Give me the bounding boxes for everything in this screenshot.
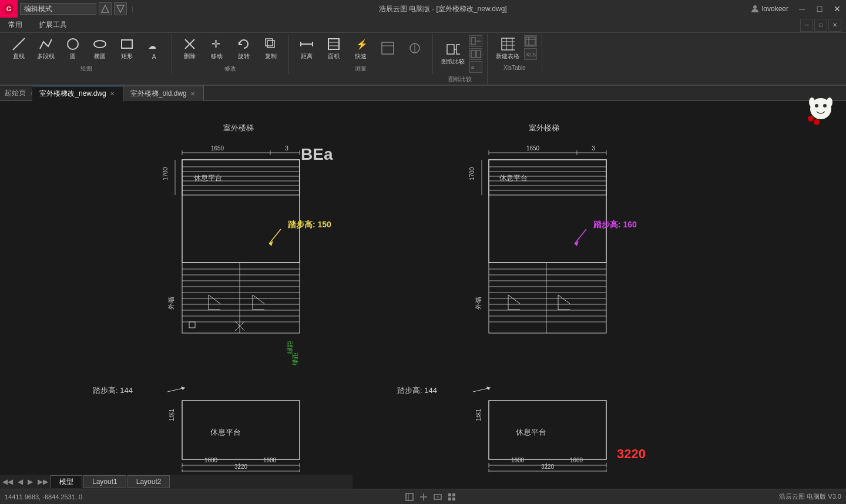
tool-polyline[interactable]: 多段线 xyxy=(33,35,59,62)
nav-last[interactable]: ▶▶ xyxy=(35,478,51,486)
tab-old-dwg[interactable]: 室外楼梯_old.dwg ✕ xyxy=(123,86,204,101)
tool-copy[interactable]: 复制 xyxy=(258,35,284,62)
maximize-button[interactable]: □ xyxy=(811,0,828,18)
svg-rect-8 xyxy=(122,40,132,48)
svg-rect-14 xyxy=(266,39,273,46)
layout-tabs: ◀◀ ◀ ▶ ▶▶ 模型 Layout1 Layout2 xyxy=(0,475,352,489)
status-icon1[interactable] xyxy=(404,491,415,503)
svg-point-7 xyxy=(94,41,106,48)
status-icon3[interactable] xyxy=(432,491,444,503)
svg-line-87 xyxy=(269,229,281,244)
tool-area[interactable]: 面积 xyxy=(321,35,347,62)
svg-rect-117 xyxy=(489,401,606,459)
tool-line[interactable]: 直线 xyxy=(6,35,32,62)
tool-move[interactable]: ✛ 移动 xyxy=(204,35,230,62)
tool-extra1[interactable] xyxy=(375,35,401,62)
xls-sub2[interactable]: XLS xyxy=(524,48,537,60)
toolbar-icon1[interactable] xyxy=(99,2,112,15)
right-dim-1650: 1650 xyxy=(526,145,540,152)
svg-marker-3 xyxy=(117,5,124,12)
cloud-icon: ☁ xyxy=(147,38,161,52)
user-area: lovokeer xyxy=(750,4,788,14)
right-ann-3220-red: 3220 xyxy=(617,446,646,461)
left-dim-1600b: 1600 xyxy=(263,457,277,463)
sub-win-close[interactable]: ✕ xyxy=(828,19,841,32)
close-button[interactable]: ✕ xyxy=(828,0,846,18)
compare-sub3[interactable]: ≡ xyxy=(469,61,482,73)
svg-line-5 xyxy=(13,38,25,50)
svg-point-4 xyxy=(753,5,757,9)
left-dim-label: 1坏1 xyxy=(169,408,175,421)
right-title: 室外楼梯 xyxy=(529,123,559,132)
svg-rect-13 xyxy=(267,41,274,48)
right-rest-bot: 休息平台 xyxy=(516,428,546,436)
layout-tab-1[interactable]: Layout1 xyxy=(83,475,126,488)
xls-sub1[interactable] xyxy=(524,35,537,47)
right-rest-top: 休息平台 xyxy=(499,174,528,182)
left-rest-bot: 休息平台 xyxy=(210,428,241,436)
breadcrumb: 起始页 xyxy=(0,88,31,98)
left-rest-top: 休息平台 xyxy=(194,174,222,182)
right-ann-magenta: 踏步高: 160 xyxy=(593,220,637,229)
window-controls: ─ □ ✕ xyxy=(793,0,846,18)
tool-compare[interactable]: 图纸比较 xyxy=(438,35,468,73)
tool-rotate[interactable]: 旋转 xyxy=(231,35,257,62)
tool-ellipse[interactable]: 椭圆 xyxy=(87,35,113,62)
menu-normal[interactable]: 常用 xyxy=(0,18,31,33)
nav-prev[interactable]: ◀ xyxy=(15,478,25,486)
svg-rect-71 xyxy=(189,322,195,328)
circle-icon xyxy=(66,37,80,51)
svg-text:≡: ≡ xyxy=(471,64,475,70)
nav-next[interactable]: ▶ xyxy=(25,478,35,486)
tool-newtable[interactable]: 新建表格 xyxy=(492,35,523,62)
toolbar-icon2[interactable] xyxy=(114,2,127,15)
layout-tab-model[interactable]: 模型 xyxy=(51,475,82,488)
compare-sub2[interactable] xyxy=(469,48,482,60)
mode-input[interactable] xyxy=(20,3,96,15)
svg-text:✛: ✛ xyxy=(212,38,220,50)
left-dim-3220: 3220 xyxy=(234,463,248,470)
svg-rect-153 xyxy=(452,493,455,496)
titlebar: G | 浩辰云图 电脑版 - [室外楼梯改_new.dwg] lovokeer … xyxy=(0,0,846,18)
extra2-icon xyxy=(408,41,422,55)
tool-quick[interactable]: ⚡ 快速 xyxy=(348,35,374,62)
tool-rect[interactable]: 矩形 xyxy=(114,35,140,62)
tab-new-dwg[interactable]: 室外楼梯改_new.dwg ✕ xyxy=(32,86,123,101)
area-icon xyxy=(327,37,341,51)
tab-close-old[interactable]: ✕ xyxy=(189,90,196,97)
svg-rect-39 xyxy=(526,37,535,45)
tool-delete[interactable]: 删除 xyxy=(177,35,203,62)
layout-tab-2[interactable]: Layout2 xyxy=(127,475,170,488)
app-logo: G xyxy=(0,0,18,18)
sub-win-min[interactable]: ─ xyxy=(800,19,813,32)
status-icon2[interactable] xyxy=(418,491,429,503)
left-dim-3: 3 xyxy=(285,145,288,152)
sub-win-max[interactable]: □ xyxy=(814,19,827,32)
left-ann-yellow: 踏步高: 150 xyxy=(288,220,331,229)
canvas-area[interactable]: 室外楼梯 休息平台 xyxy=(0,101,846,472)
right-outer-wall: 外墙 xyxy=(475,297,482,310)
right-dim-1600b: 1600 xyxy=(570,457,583,463)
status-icon4[interactable] xyxy=(446,491,458,503)
right-dim-1600a: 1600 xyxy=(511,457,525,463)
tool-circle[interactable]: 圆 xyxy=(60,35,86,62)
tool-distance[interactable]: 距离 xyxy=(294,35,320,62)
coordinates: 14411.9683, -6844.2531, 0 xyxy=(0,493,82,500)
tool-cloud[interactable]: ☁ A xyxy=(141,35,167,62)
statusbar: 14411.9683, -6844.2531, 0 浩辰云图 电脑版 V3.0 xyxy=(0,489,846,504)
compare-sub1[interactable] xyxy=(469,35,482,47)
cad-drawing: 室外楼梯 休息平台 xyxy=(0,101,846,472)
svg-rect-51 xyxy=(182,263,300,333)
tab-close-new[interactable]: ✕ xyxy=(109,90,116,97)
menu-extend[interactable]: 扩展工具 xyxy=(31,18,75,33)
delete-icon xyxy=(183,37,197,51)
svg-point-141 xyxy=(823,104,827,107)
right-dim-1700: 1700 xyxy=(469,167,475,180)
separator: | xyxy=(129,6,136,12)
tool-extra2[interactable] xyxy=(402,35,428,62)
compare-icon xyxy=(446,42,460,56)
minimize-button[interactable]: ─ xyxy=(793,0,811,18)
extra1-icon xyxy=(381,41,395,55)
nav-first[interactable]: ◀◀ xyxy=(0,478,15,486)
svg-line-63 xyxy=(209,295,220,304)
